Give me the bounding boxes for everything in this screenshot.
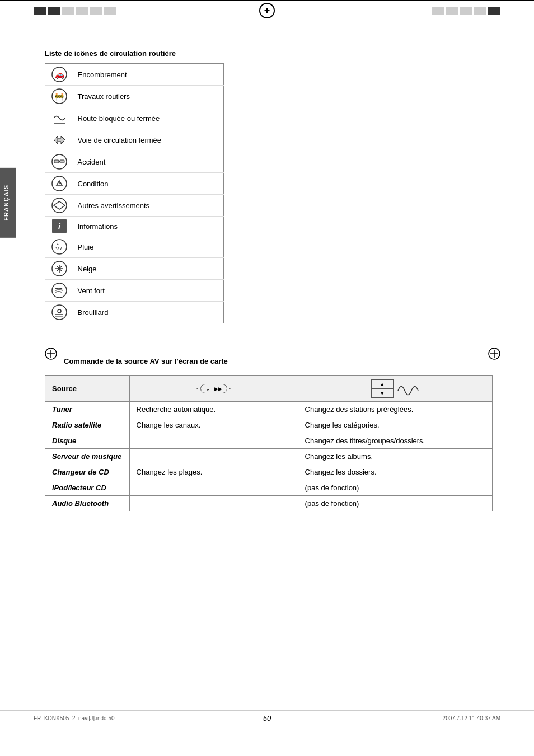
top-bar: [0, 0, 534, 21]
route-bloquee-icon: [50, 110, 69, 126]
up-arrow-btn: ▲: [372, 380, 393, 389]
brouillard-icon: [50, 304, 69, 321]
table-row: Disque Changez des titres/groupes/dossie…: [45, 433, 493, 449]
ctrl2-cell: (pas de fonction): [298, 496, 492, 511]
neige-label: Neige: [73, 258, 224, 280]
bar-block-r4: [474, 7, 486, 15]
pluie-icon: [50, 238, 69, 255]
bar-block-6: [104, 7, 116, 15]
bar-block-1: [34, 7, 46, 15]
icon-cell: [45, 280, 73, 302]
table-row: Condition: [45, 173, 224, 195]
table-row: Brouillard: [45, 302, 224, 323]
bar-block-r3: [460, 7, 472, 15]
commande-header-row: Source · ⌄ | ▶▶ ·: [45, 376, 493, 402]
table-row: Changeur de CD Changez les plages. Chang…: [45, 464, 493, 480]
source-cell: Audio Bluetooth: [45, 496, 130, 511]
arrow-buttons: ▲ ▼: [371, 379, 394, 398]
header-ctrl1: · ⌄ | ▶▶ ·: [129, 376, 298, 402]
svg-text:🚧: 🚧: [55, 92, 64, 101]
svg-text:🚗: 🚗: [54, 70, 64, 79]
table-row: i Informations: [45, 217, 224, 236]
brouillard-label: Brouillard: [73, 302, 224, 323]
bottom-line: [0, 739, 534, 739]
ctrl1-cell: Recherche automatique.: [129, 402, 298, 417]
svg-line-19: [60, 247, 62, 250]
section2-container: Commande de la source AV sur l'écran de …: [45, 346, 500, 511]
voie-fermee-label: Voie de circulation fermée: [73, 129, 224, 151]
table-row: iPod/lecteur CD (pas de fonction): [45, 480, 493, 496]
ctrl2-cell: Changez des stations préréglées.: [298, 402, 492, 417]
table-row: Serveur de musique Changez les albums.: [45, 449, 493, 464]
voie-fermee-icon: [50, 132, 69, 148]
encombrement-label: Encombrement: [73, 64, 224, 86]
icon-cell: [45, 302, 73, 323]
info-badge: i: [52, 219, 67, 233]
ctrl2-cell: Change les catégories.: [298, 417, 492, 433]
svg-line-18: [58, 247, 59, 250]
svg-point-13: [59, 185, 60, 186]
bar-block-3: [62, 7, 74, 15]
header-ctrl2: ▲ ▼: [298, 376, 492, 402]
top-bar-left-blocks: [34, 7, 116, 15]
separator: |: [212, 386, 213, 391]
icon-cell: [45, 129, 73, 151]
svg-line-17: [56, 247, 57, 250]
source-cell: Changeur de CD: [45, 464, 130, 480]
icon-cell: [45, 107, 73, 129]
svg-point-26: [52, 305, 67, 320]
svg-point-16: [52, 240, 67, 254]
table-row: Vent fort: [45, 280, 224, 302]
section2-crosshair-left: [45, 348, 57, 361]
travaux-icon: 🚧: [50, 88, 69, 105]
travaux-label: Travaux routiers: [73, 86, 224, 107]
bar-block-2: [48, 7, 60, 15]
autres-label: Autres avertissements: [73, 195, 224, 217]
down-arrow: ⌄: [205, 386, 210, 392]
vent-fort-icon: [50, 282, 69, 299]
table-row: Neige: [45, 258, 224, 280]
file-info-left: FR_KDNX505_2_navi[J].indd 50: [34, 715, 115, 721]
table-row: Audio Bluetooth (pas de fonction): [45, 496, 493, 511]
svg-point-27: [58, 309, 61, 313]
table-row: Pluie: [45, 236, 224, 258]
informations-label: Informations: [73, 217, 224, 236]
table-row: Radio satellite Change les canaux. Chang…: [45, 417, 493, 433]
dot-left: ·: [196, 386, 198, 392]
ctrl2-cell: (pas de fonction): [298, 480, 492, 496]
ctrl1-cell: [129, 496, 298, 511]
icon-cell: i: [45, 217, 73, 236]
informations-icon: i: [50, 219, 69, 233]
table-row: Tuner Recherche automatique. Changez des…: [45, 402, 493, 417]
top-bar-right-blocks: [432, 7, 500, 15]
condition-label: Condition: [73, 173, 224, 195]
bar-block-r2: [446, 7, 458, 15]
table-row: 🚗 Encombrement: [45, 64, 224, 86]
header-source: Source: [45, 376, 130, 402]
forward-icon: ▶▶: [214, 386, 222, 392]
accident-icon: [50, 153, 69, 170]
svg-rect-9: [60, 160, 64, 163]
commande-table: Source · ⌄ | ▶▶ ·: [45, 375, 493, 511]
section2-title: Commande de la source AV sur l'écran de …: [64, 357, 481, 365]
main-content: Liste de icônes de circulation routière …: [0, 21, 534, 539]
dot-right: ·: [229, 386, 231, 392]
ctrl1-cell: Change les canaux.: [129, 417, 298, 433]
neige-icon: [50, 260, 69, 277]
table-row: Route bloquée ou fermée: [45, 107, 224, 129]
table-row: Voie de circulation fermée: [45, 129, 224, 151]
table-row: Autres avertissements: [45, 195, 224, 217]
ctrl2-cell: Changez les dossiers.: [298, 464, 492, 480]
icon-cell: [45, 195, 73, 217]
source-cell: iPod/lecteur CD: [45, 480, 130, 496]
vent-fort-label: Vent fort: [73, 280, 224, 302]
condition-icon: [50, 175, 69, 192]
source-cell: Tuner: [45, 402, 130, 417]
icons-table: 🚗 Encombrement 🚧 Travaux routiers: [45, 63, 224, 323]
svg-point-25: [52, 283, 67, 298]
route-bloquee-label: Route bloquée ou fermée: [73, 107, 224, 129]
source-cell: Serveur de musique: [45, 449, 130, 464]
source-cell: Radio satellite: [45, 417, 130, 433]
ctrl2-cell: Changez les albums.: [298, 449, 492, 464]
icon-cell: [45, 258, 73, 280]
